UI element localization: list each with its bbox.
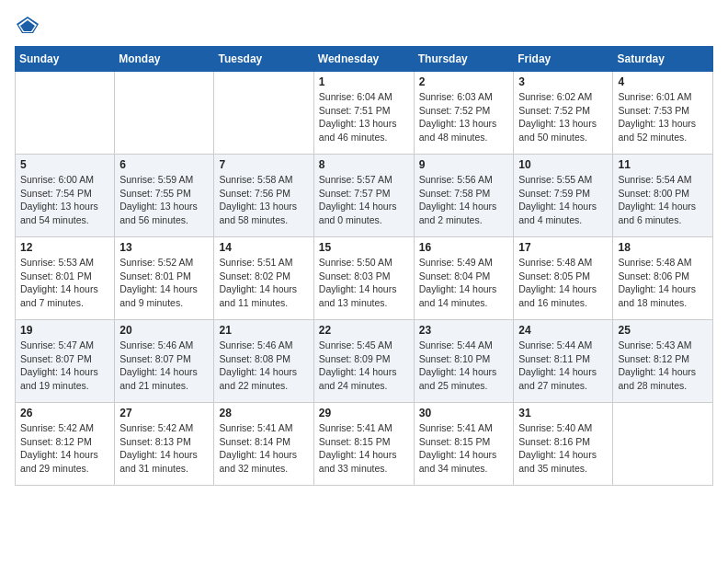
day-number: 22	[319, 324, 409, 337]
day-number: 27	[119, 407, 209, 419]
day-info: Sunrise: 5:46 AM Sunset: 8:08 PM Dayligh…	[219, 339, 308, 393]
calendar-cell: 30Sunrise: 5:41 AM Sunset: 8:15 PM Dayli…	[414, 403, 514, 486]
calendar-cell: 17Sunrise: 5:48 AM Sunset: 8:05 PM Dayli…	[514, 237, 613, 320]
calendar-cell	[115, 72, 214, 155]
day-info: Sunrise: 5:49 AM Sunset: 8:04 PM Dayligh…	[419, 256, 509, 310]
day-info: Sunrise: 5:53 AM Sunset: 8:01 PM Dayligh…	[20, 256, 109, 310]
day-info: Sunrise: 5:47 AM Sunset: 8:07 PM Dayligh…	[20, 339, 109, 393]
day-info: Sunrise: 5:41 AM Sunset: 8:15 PM Dayligh…	[319, 421, 409, 476]
calendar-week-row: 5Sunrise: 6:00 AM Sunset: 7:54 PM Daylig…	[16, 155, 713, 237]
day-number: 12	[20, 241, 109, 254]
day-number: 2	[419, 75, 509, 88]
day-number: 23	[419, 324, 509, 337]
day-number: 7	[219, 158, 308, 171]
day-number: 25	[618, 324, 708, 337]
day-number: 9	[419, 158, 509, 171]
day-info: Sunrise: 6:00 AM Sunset: 7:54 PM Dayligh…	[20, 173, 109, 227]
calendar-cell: 4Sunrise: 6:01 AM Sunset: 7:53 PM Daylig…	[613, 72, 713, 155]
day-number: 15	[319, 241, 409, 254]
weekday-header: Monday	[115, 47, 214, 72]
day-number: 10	[518, 158, 608, 171]
calendar-cell: 25Sunrise: 5:43 AM Sunset: 8:12 PM Dayli…	[613, 320, 713, 403]
calendar-header-row: SundayMondayTuesdayWednesdayThursdayFrid…	[16, 47, 713, 72]
day-number: 28	[219, 407, 308, 419]
calendar-cell: 1Sunrise: 6:04 AM Sunset: 7:51 PM Daylig…	[313, 72, 414, 155]
calendar-cell: 5Sunrise: 6:00 AM Sunset: 7:54 PM Daylig…	[16, 155, 115, 237]
day-info: Sunrise: 5:44 AM Sunset: 8:10 PM Dayligh…	[419, 339, 509, 393]
calendar-week-row: 26Sunrise: 5:42 AM Sunset: 8:12 PM Dayli…	[16, 403, 713, 486]
calendar-cell: 29Sunrise: 5:41 AM Sunset: 8:15 PM Dayli…	[313, 403, 414, 486]
calendar-cell: 31Sunrise: 5:40 AM Sunset: 8:16 PM Dayli…	[514, 403, 613, 486]
day-info: Sunrise: 6:02 AM Sunset: 7:52 PM Dayligh…	[518, 90, 608, 144]
calendar-cell: 24Sunrise: 5:44 AM Sunset: 8:11 PM Dayli…	[514, 320, 613, 403]
calendar-cell: 22Sunrise: 5:45 AM Sunset: 8:09 PM Dayli…	[313, 320, 414, 403]
calendar-cell: 23Sunrise: 5:44 AM Sunset: 8:10 PM Dayli…	[414, 320, 514, 403]
calendar-week-row: 19Sunrise: 5:47 AM Sunset: 8:07 PM Dayli…	[16, 320, 713, 403]
calendar-cell: 13Sunrise: 5:52 AM Sunset: 8:01 PM Dayli…	[115, 237, 214, 320]
calendar-cell: 7Sunrise: 5:58 AM Sunset: 7:56 PM Daylig…	[214, 155, 313, 237]
day-info: Sunrise: 6:01 AM Sunset: 7:53 PM Dayligh…	[618, 90, 708, 144]
day-info: Sunrise: 5:48 AM Sunset: 8:05 PM Dayligh…	[518, 256, 608, 310]
calendar-cell: 15Sunrise: 5:50 AM Sunset: 8:03 PM Dayli…	[313, 237, 414, 320]
weekday-header: Friday	[514, 47, 613, 72]
day-info: Sunrise: 5:44 AM Sunset: 8:11 PM Dayligh…	[518, 339, 608, 393]
day-number: 3	[518, 75, 608, 88]
logo	[15, 15, 44, 35]
day-info: Sunrise: 5:50 AM Sunset: 8:03 PM Dayligh…	[319, 256, 409, 310]
day-info: Sunrise: 5:58 AM Sunset: 7:56 PM Dayligh…	[219, 173, 308, 227]
day-info: Sunrise: 5:41 AM Sunset: 8:14 PM Dayligh…	[219, 421, 308, 476]
day-number: 26	[20, 407, 109, 419]
day-number: 29	[319, 407, 409, 419]
day-info: Sunrise: 5:46 AM Sunset: 8:07 PM Dayligh…	[119, 339, 209, 393]
day-number: 20	[119, 324, 209, 337]
day-info: Sunrise: 5:57 AM Sunset: 7:57 PM Dayligh…	[319, 173, 409, 227]
day-number: 11	[618, 158, 708, 171]
calendar-cell: 11Sunrise: 5:54 AM Sunset: 8:00 PM Dayli…	[613, 155, 713, 237]
day-number: 31	[518, 407, 608, 419]
day-info: Sunrise: 5:48 AM Sunset: 8:06 PM Dayligh…	[618, 256, 708, 310]
day-info: Sunrise: 6:04 AM Sunset: 7:51 PM Dayligh…	[319, 90, 409, 144]
weekday-header: Tuesday	[214, 47, 313, 72]
day-number: 18	[618, 241, 708, 254]
day-info: Sunrise: 5:54 AM Sunset: 8:00 PM Dayligh…	[618, 173, 708, 227]
weekday-header: Sunday	[16, 47, 115, 72]
day-info: Sunrise: 5:40 AM Sunset: 8:16 PM Dayligh…	[518, 421, 608, 476]
calendar-cell	[214, 72, 313, 155]
calendar-week-row: 12Sunrise: 5:53 AM Sunset: 8:01 PM Dayli…	[16, 237, 713, 320]
calendar-cell	[16, 72, 115, 155]
calendar-cell: 26Sunrise: 5:42 AM Sunset: 8:12 PM Dayli…	[16, 403, 115, 486]
logo-icon	[15, 15, 40, 35]
calendar-cell: 8Sunrise: 5:57 AM Sunset: 7:57 PM Daylig…	[313, 155, 414, 237]
day-info: Sunrise: 5:52 AM Sunset: 8:01 PM Dayligh…	[119, 256, 209, 310]
day-info: Sunrise: 5:43 AM Sunset: 8:12 PM Dayligh…	[618, 339, 708, 393]
calendar-cell: 6Sunrise: 5:59 AM Sunset: 7:55 PM Daylig…	[115, 155, 214, 237]
day-number: 13	[119, 241, 209, 254]
calendar-cell: 16Sunrise: 5:49 AM Sunset: 8:04 PM Dayli…	[414, 237, 514, 320]
day-number: 5	[20, 158, 109, 171]
calendar-cell: 21Sunrise: 5:46 AM Sunset: 8:08 PM Dayli…	[214, 320, 313, 403]
calendar-cell: 9Sunrise: 5:56 AM Sunset: 7:58 PM Daylig…	[414, 155, 514, 237]
day-info: Sunrise: 5:55 AM Sunset: 7:59 PM Dayligh…	[518, 173, 608, 227]
day-number: 6	[119, 158, 209, 171]
day-number: 8	[319, 158, 409, 171]
day-number: 19	[20, 324, 109, 337]
day-number: 4	[618, 75, 708, 88]
calendar-cell: 19Sunrise: 5:47 AM Sunset: 8:07 PM Dayli…	[16, 320, 115, 403]
day-info: Sunrise: 5:42 AM Sunset: 8:12 PM Dayligh…	[20, 421, 109, 476]
weekday-header: Wednesday	[313, 47, 414, 72]
calendar-cell: 20Sunrise: 5:46 AM Sunset: 8:07 PM Dayli…	[115, 320, 214, 403]
day-info: Sunrise: 5:42 AM Sunset: 8:13 PM Dayligh…	[119, 421, 209, 476]
day-number: 1	[319, 75, 409, 88]
calendar-cell: 2Sunrise: 6:03 AM Sunset: 7:52 PM Daylig…	[414, 72, 514, 155]
day-info: Sunrise: 5:56 AM Sunset: 7:58 PM Dayligh…	[419, 173, 509, 227]
page-header	[15, 15, 713, 35]
day-info: Sunrise: 5:41 AM Sunset: 8:15 PM Dayligh…	[419, 421, 509, 476]
day-number: 30	[419, 407, 509, 419]
day-info: Sunrise: 6:03 AM Sunset: 7:52 PM Dayligh…	[419, 90, 509, 144]
day-info: Sunrise: 5:45 AM Sunset: 8:09 PM Dayligh…	[319, 339, 409, 393]
calendar-cell	[613, 403, 713, 486]
calendar-week-row: 1Sunrise: 6:04 AM Sunset: 7:51 PM Daylig…	[16, 72, 713, 155]
day-number: 24	[518, 324, 608, 337]
calendar-cell: 27Sunrise: 5:42 AM Sunset: 8:13 PM Dayli…	[115, 403, 214, 486]
weekday-header: Thursday	[414, 47, 514, 72]
